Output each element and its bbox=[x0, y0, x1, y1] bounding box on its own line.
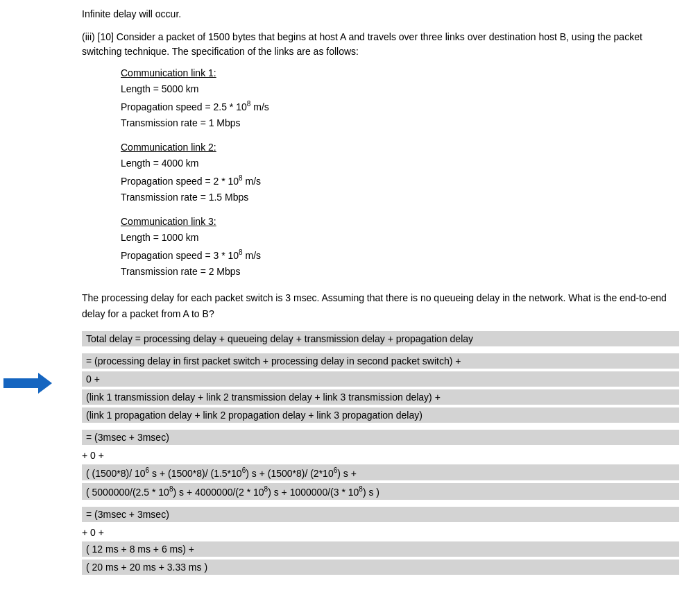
svg-marker-0 bbox=[3, 373, 52, 394]
link-2-propagation: Propagation speed = 2 * 108 m/s bbox=[121, 172, 679, 190]
calc1-line1: = (processing delay in first packet swit… bbox=[82, 353, 679, 369]
link-1-title: Communication link 1: bbox=[121, 67, 679, 78]
link-3-length: Length = 1000 km bbox=[121, 230, 679, 246]
link-1-length: Length = 5000 km bbox=[121, 81, 679, 98]
calc1-line3: (link 1 transmission delay + link 2 tran… bbox=[82, 389, 679, 405]
link-1-transmission: Transmission rate = 1 Mbps bbox=[121, 115, 679, 132]
link-1-propagation: Propagation speed = 2.5 * 108 m/s bbox=[121, 98, 679, 115]
calc1-line2: 0 + bbox=[82, 371, 679, 387]
total-delay-formula: Total delay = processing delay + queuein… bbox=[82, 331, 679, 346]
calc3-line4: ( 20 ms + 20 ms + 3.33 ms ) bbox=[82, 560, 679, 575]
calc2-line4: ( 5000000/(2.5 * 108) s + 4000000/(2 * 1… bbox=[82, 483, 679, 500]
link-3-propagation: Propagation speed = 3 * 108 m/s bbox=[121, 246, 679, 264]
link-2-transmission: Transmission rate = 1.5 Mbps bbox=[121, 190, 679, 206]
infinite-delay-text: Infinite delay will occur. bbox=[82, 7, 679, 22]
calc3-line2: + 0 + bbox=[82, 525, 679, 541]
link-1-block: Communication link 1: Length = 5000 km P… bbox=[121, 67, 679, 132]
total-delay-group: Total delay = processing delay + queuein… bbox=[82, 331, 679, 346]
link-3-title: Communication link 3: bbox=[121, 216, 679, 227]
calc2-line3: ( (1500*8)/ 106 s + (1500*8)/ (1.5*106) … bbox=[82, 464, 679, 481]
arrow-indicator bbox=[3, 373, 52, 394]
link-3-block: Communication link 3: Length = 1000 km P… bbox=[121, 216, 679, 280]
calc3-line1: = (3msec + 3msec) bbox=[82, 507, 679, 522]
link-2-block: Communication link 2: Length = 4000 km P… bbox=[121, 142, 679, 206]
calc-group-3: = (3msec + 3msec) + 0 + ( 12 ms + 8 ms +… bbox=[82, 507, 679, 575]
calc2-line2: + 0 + bbox=[82, 448, 679, 464]
calc-group-2: = (3msec + 3msec) + 0 + ( (1500*8)/ 106 … bbox=[82, 430, 679, 500]
calc-group-1: = (processing delay in first packet swit… bbox=[82, 353, 679, 423]
link-3-transmission: Transmission rate = 2 Mbps bbox=[121, 264, 679, 280]
calc2-line1: = (3msec + 3msec) bbox=[82, 430, 679, 445]
calc3-line3: ( 12 ms + 8 ms + 6 ms) + bbox=[82, 541, 679, 557]
calc1-line4: (link 1 propagation delay + link 2 propa… bbox=[82, 407, 679, 423]
processing-note: The processing delay for each packet swi… bbox=[82, 290, 679, 321]
link-2-title: Communication link 2: bbox=[121, 142, 679, 153]
question-text: (iii) [10] Consider a packet of 1500 byt… bbox=[82, 30, 679, 59]
link-2-length: Length = 4000 km bbox=[121, 155, 679, 172]
